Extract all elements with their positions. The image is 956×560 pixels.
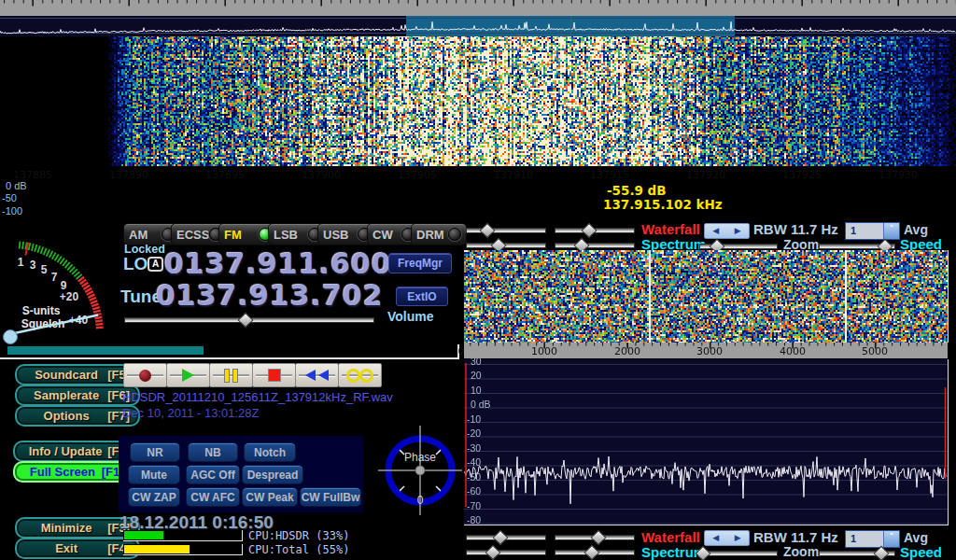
extio-button[interactable]: ExtIO xyxy=(396,287,448,306)
arrow-left-icon[interactable]: ◀ xyxy=(712,534,719,542)
af-spectrum-range-slider[interactable] xyxy=(555,546,635,558)
af-freq-tick-label: 4000 xyxy=(765,345,821,357)
smeter-scale-label: 3 xyxy=(30,259,36,272)
wav-file-date: Dec 10, 2011 - 13:01:28Z xyxy=(122,406,259,420)
record-icon xyxy=(139,370,151,382)
mode-label: ECSS xyxy=(176,228,209,242)
pause-icon xyxy=(224,369,230,383)
samplerate-button[interactable]: Samplerate[F6] xyxy=(15,385,140,406)
cw-fullbw-button[interactable]: CW FullBw xyxy=(300,487,361,507)
rf-shift-arrows[interactable]: ◀▶ xyxy=(704,223,750,239)
avg-value: 1 xyxy=(846,531,883,547)
af-db-label: -70 xyxy=(467,500,481,511)
despread-button[interactable]: Despread xyxy=(242,465,303,484)
freq-tick-label: 137895 xyxy=(188,169,262,181)
af-speed-slider[interactable] xyxy=(819,547,895,559)
db-axis-label: 0 dB xyxy=(6,180,27,191)
cw-peak-button[interactable]: CW Peak xyxy=(242,487,298,507)
af-waterfall-brightness-slider[interactable] xyxy=(466,531,546,543)
cw-zap-button[interactable]: CW ZAP xyxy=(128,487,180,507)
volume-label: Volume xyxy=(387,309,434,324)
af-db-label: -60 xyxy=(467,485,481,497)
af-spectrum-display[interactable] xyxy=(464,359,949,525)
rf-rbw-label: RBW 11.7 Hz xyxy=(753,221,838,237)
avg-value: 1 xyxy=(846,223,883,239)
arrow-left-icon[interactable]: ◀ xyxy=(712,227,719,235)
s-meter[interactable]: 1 3 5 7 9 +20 +40 S-units Squelch xyxy=(0,224,121,350)
af-db-label: -30 xyxy=(467,442,481,454)
db-axis-label: -50 xyxy=(2,192,17,203)
tune-frequency-value[interactable]: 0137.913.702 xyxy=(156,279,384,312)
notch-button[interactable]: Notch xyxy=(244,442,296,462)
af-db-label: 20 xyxy=(471,370,482,381)
phase-zero-label: 0 xyxy=(417,494,424,507)
mode-label: CW xyxy=(373,228,393,242)
button-label: Full Screen xyxy=(23,465,102,479)
rf-waterfall-toggle[interactable]: Waterfall xyxy=(641,221,700,237)
play-button[interactable] xyxy=(166,363,210,387)
freqmgr-button[interactable]: FreqMgr xyxy=(388,253,452,273)
arrow-right-icon[interactable]: ▶ xyxy=(735,227,741,235)
freq-tick-label: 137930 xyxy=(861,169,935,181)
mode-label: FM xyxy=(224,228,242,242)
arrow-right-icon[interactable]: ▶ xyxy=(735,534,741,542)
dsp-panel: NR NB Notch Mute AGC Off Despread CW ZAP… xyxy=(119,436,363,512)
stop-button[interactable] xyxy=(252,363,296,387)
smeter-scale-label: 5 xyxy=(41,263,48,276)
volume-slider[interactable] xyxy=(124,314,374,326)
rf-frequency-scale[interactable] xyxy=(0,0,956,16)
af-db-label: -80 xyxy=(467,514,481,525)
rewind-button[interactable] xyxy=(295,363,339,387)
rewind-icon xyxy=(318,370,329,381)
cpu-total-bar xyxy=(123,544,243,555)
smeter-scale-label: +20 xyxy=(60,290,79,303)
af-zoom-slider[interactable] xyxy=(699,547,778,559)
loop-button[interactable] xyxy=(338,363,382,387)
soundcard-button[interactable]: Soundcard[F5] xyxy=(15,364,140,385)
mode-button-drm[interactable]: DRM xyxy=(411,223,467,245)
af-avg-dropdown[interactable]: 1 ˇ xyxy=(845,530,900,548)
smeter-scale-label: 1 xyxy=(18,256,24,269)
af-spectrum-gain-slider[interactable] xyxy=(466,546,546,558)
cpu-total-label: CPU:Total (55%) xyxy=(248,543,349,556)
cpu-total-fill xyxy=(124,545,190,553)
freq-tick-label: 137885 xyxy=(0,169,70,181)
af-db-label: -40 xyxy=(467,456,481,468)
cw-afc-button[interactable]: CW AFC xyxy=(186,487,240,507)
freq-tick-label: 137920 xyxy=(668,169,743,181)
button-label: Info / Update xyxy=(23,444,107,458)
chevron-down-icon[interactable]: ˇ xyxy=(883,531,899,547)
freq-tick-label: 137905 xyxy=(380,169,455,181)
freq-tick-label: 137900 xyxy=(284,169,358,181)
lo-label: LO xyxy=(123,254,148,274)
af-shift-arrows[interactable]: ◀▶ xyxy=(704,530,750,546)
auto-lock-icon[interactable]: A xyxy=(148,257,163,272)
mute-button[interactable]: Mute xyxy=(128,465,180,484)
agc-button[interactable]: AGC Off xyxy=(186,465,240,484)
af-zoom-label: Zoom xyxy=(783,544,819,559)
options-button[interactable]: Options[F7] xyxy=(15,405,140,427)
pause-button[interactable] xyxy=(209,363,253,387)
nb-button[interactable]: NB xyxy=(188,442,238,462)
playback-progress-bar[interactable] xyxy=(0,344,459,359)
nr-button[interactable]: NR xyxy=(130,442,180,462)
rf-waterfall-brightness-slider[interactable] xyxy=(466,224,546,236)
button-label: Minimize xyxy=(25,521,107,535)
button-label: Samplerate xyxy=(25,388,107,402)
stop-icon xyxy=(268,369,281,382)
af-waterfall-display[interactable] xyxy=(464,250,949,343)
play-icon xyxy=(182,369,194,382)
signal-level-readout: -55.9 dB xyxy=(607,183,667,198)
rf-avg-dropdown[interactable]: 1 ˇ xyxy=(845,222,900,240)
freq-tick-label: 137925 xyxy=(765,169,839,181)
exit-button[interactable]: Exit[F4] xyxy=(15,538,140,559)
rewind-icon xyxy=(305,370,316,381)
record-button[interactable] xyxy=(123,363,167,387)
wav-filename: HDSDR_20111210_125611Z_137912kHz_RF.wav xyxy=(122,390,393,404)
chevron-down-icon[interactable]: ˇ xyxy=(883,223,899,239)
lo-frequency-value[interactable]: 0137.911.600 xyxy=(164,247,392,280)
rf-waterfall-contrast-slider[interactable] xyxy=(555,224,635,236)
af-waterfall-toggle[interactable]: Waterfall xyxy=(641,529,700,545)
loop-icon xyxy=(359,369,373,383)
af-waterfall-contrast-slider[interactable] xyxy=(555,531,635,543)
